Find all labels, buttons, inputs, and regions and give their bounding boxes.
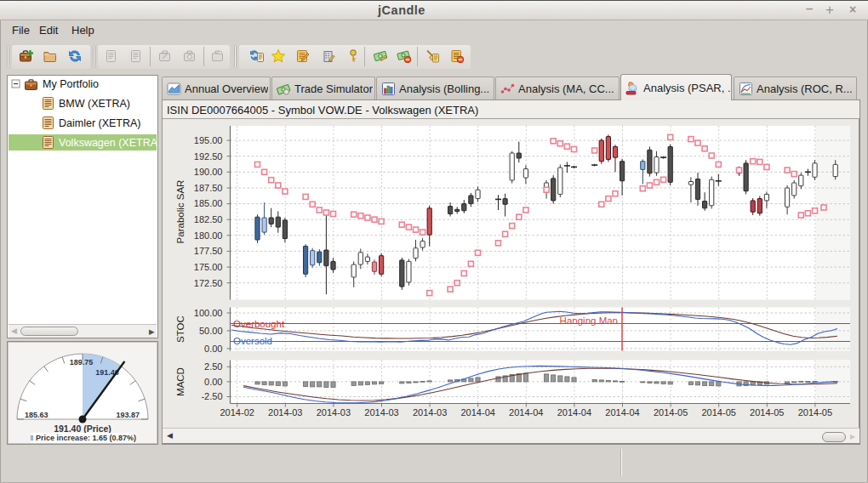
svg-text:0.00: 0.00: [204, 344, 222, 354]
svg-text:193.87: 193.87: [116, 411, 140, 419]
svg-text:2014-03: 2014-03: [268, 407, 302, 418]
svg-text:MACD: MACD: [175, 367, 186, 396]
svg-text:2014-05: 2014-05: [750, 407, 784, 418]
svg-text:189.75: 189.75: [70, 358, 94, 367]
svg-text:175.00: 175.00: [194, 262, 223, 272]
svg-text:172.50: 172.50: [194, 278, 223, 288]
svg-text:50.00: 50.00: [199, 326, 223, 336]
svg-text:191.40 (Price): 191.40 (Price): [54, 423, 111, 434]
svg-text:Oversold: Oversold: [233, 336, 272, 346]
svg-text:2014-04: 2014-04: [557, 407, 591, 418]
svg-text:2014-03: 2014-03: [364, 407, 398, 418]
svg-text:2.50: 2.50: [204, 361, 222, 372]
svg-text:Overbought: Overbought: [233, 319, 285, 329]
svg-text:100.00: 100.00: [194, 308, 223, 318]
svg-text:177.50: 177.50: [194, 246, 223, 256]
svg-text:2014-03: 2014-03: [413, 407, 447, 418]
svg-text:2014-04: 2014-04: [509, 407, 543, 418]
svg-text:185.00: 185.00: [194, 198, 223, 208]
svg-text:180.00: 180.00: [194, 230, 223, 241]
svg-text:2014-02: 2014-02: [220, 407, 254, 418]
svg-text:-2.50: -2.50: [201, 391, 222, 401]
svg-text:2014-05: 2014-05: [798, 407, 832, 418]
svg-text:2014-04: 2014-04: [605, 407, 639, 418]
svg-text:185.63: 185.63: [25, 411, 49, 419]
svg-text:Hanging Man: Hanging Man: [560, 315, 618, 326]
svg-text:192.50: 192.50: [194, 151, 223, 162]
svg-text:Parabolic SAR: Parabolic SAR: [175, 180, 186, 244]
svg-text:2014-05: 2014-05: [702, 407, 736, 418]
svg-text:2014-04: 2014-04: [461, 407, 495, 418]
svg-text:2014-03: 2014-03: [317, 407, 351, 418]
svg-text:2014-05: 2014-05: [654, 407, 688, 418]
svg-text:195.00: 195.00: [194, 135, 223, 145]
svg-text:0.00: 0.00: [204, 377, 222, 387]
svg-text:187.50: 187.50: [194, 183, 223, 193]
svg-text:190.00: 190.00: [194, 167, 223, 177]
svg-text:STOC: STOC: [175, 315, 186, 343]
svg-text:182.50: 182.50: [194, 214, 223, 224]
